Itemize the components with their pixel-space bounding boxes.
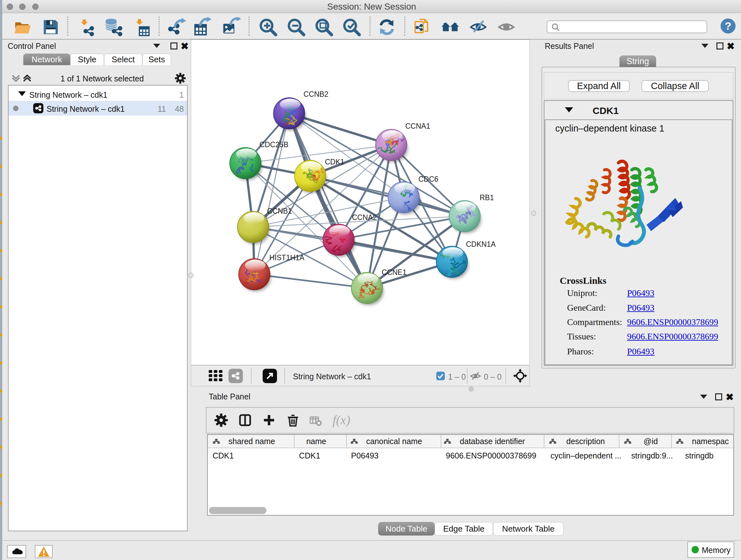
svg-text:CCNA1: CCNA1: [405, 122, 430, 130]
svg-text:HIST1H1A: HIST1H1A: [269, 253, 305, 262]
svg-text:CDK1: CDK1: [325, 158, 344, 166]
svg-text:CCNB1: CCNB1: [267, 207, 292, 215]
svg-text:CDC6: CDC6: [418, 175, 439, 183]
svg-text:CCNE1: CCNE1: [382, 268, 407, 276]
svg-text:CCNB2: CCNB2: [304, 90, 328, 98]
svg-text:CDKN1A: CDKN1A: [466, 240, 496, 248]
svg-text:CCNA2: CCNA2: [352, 213, 377, 222]
svg-text:RB1: RB1: [480, 193, 494, 202]
svg-text:CDC25B: CDC25B: [259, 140, 288, 149]
